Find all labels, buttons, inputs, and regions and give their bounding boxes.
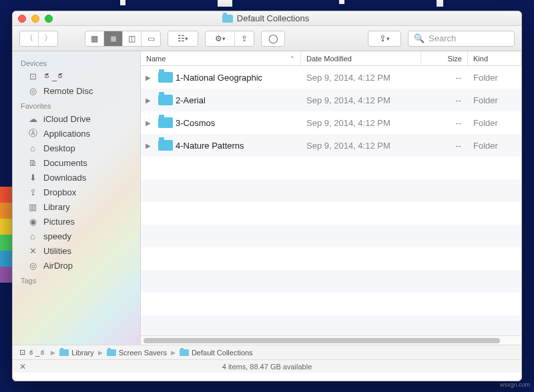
- list-view-button[interactable]: ≣: [104, 31, 123, 46]
- horizontal-scrollbar[interactable]: [141, 335, 521, 345]
- file-row[interactable]: ▶4-Nature PatternsSep 9, 2014, 4:12 PM--…: [141, 134, 521, 157]
- sidebar-item-icon: ⌂: [27, 143, 38, 153]
- path-crumb-label: Library: [71, 349, 94, 357]
- path-crumb[interactable]: Default Collections: [180, 349, 253, 357]
- disk-icon: ⊡: [19, 348, 25, 357]
- traffic-lights: [18, 15, 53, 23]
- finder-window: Default Collections 〈 〉 ▦ ≣ ◫ ▭ ☷ ▾ ⚙ ▾ …: [12, 11, 522, 381]
- file-kind: Folder: [468, 118, 521, 128]
- sidebar-item[interactable]: 🗎Documents: [13, 155, 140, 170]
- scrollbar-thumb[interactable]: [144, 338, 500, 343]
- view-mode-buttons: ▦ ≣ ◫ ▭: [85, 31, 161, 47]
- file-name: 4-Nature Patterns: [176, 141, 301, 151]
- arrange-button[interactable]: ☷ ▾: [168, 31, 198, 46]
- back-button[interactable]: 〈: [20, 31, 39, 46]
- sidebar-section-label: Favorites: [13, 98, 140, 111]
- file-kind: Folder: [468, 141, 521, 151]
- sidebar-item-icon: ⌂: [27, 231, 38, 241]
- sidebar-item-icon: 🗎: [27, 157, 38, 168]
- sidebar-item-icon: ☁: [27, 113, 38, 124]
- close-button[interactable]: [18, 15, 26, 23]
- minimize-button[interactable]: [31, 15, 39, 23]
- search-placeholder: Search: [429, 33, 456, 43]
- icon-view-button[interactable]: ▦: [85, 31, 104, 46]
- window-title: Default Collections: [53, 13, 479, 23]
- path-separator-icon: ▶: [98, 349, 103, 356]
- file-list[interactable]: ▶1-National GeographicSep 9, 2014, 4:12 …: [141, 66, 521, 335]
- column-header-size[interactable]: Size: [421, 51, 468, 65]
- file-row[interactable]: ▶1-National GeographicSep 9, 2014, 4:12 …: [141, 66, 521, 89]
- window-title-text: Default Collections: [237, 13, 309, 23]
- path-crumb-label: Screen Savers: [119, 349, 167, 357]
- dropbox-button[interactable]: ⇪ ▾: [368, 31, 401, 47]
- sidebar-item-label: iCloud Drive: [43, 114, 91, 124]
- sidebar-item[interactable]: ◎AirDrop: [13, 258, 140, 273]
- sidebar-item-icon: ⇪: [27, 187, 38, 197]
- zoom-button[interactable]: [45, 15, 53, 23]
- sidebar-item-icon: ⬇: [27, 172, 38, 183]
- folder-icon: [156, 140, 176, 151]
- sidebar-section-label: Devices: [13, 55, 140, 69]
- sidebar: Devices⊡ಠ_ಠ◎Remote DiscFavorites☁iCloud …: [13, 51, 141, 345]
- action-button[interactable]: ⚙ ▾: [206, 31, 235, 46]
- search-icon: 🔍: [414, 33, 425, 43]
- sidebar-item[interactable]: ⊡ಠ_ಠ: [13, 69, 140, 83]
- sidebar-item-icon: ◎: [27, 85, 38, 96]
- file-kind: Folder: [468, 95, 521, 105]
- share-button[interactable]: ⇪: [235, 31, 254, 46]
- sidebar-item[interactable]: ⌂Desktop: [13, 141, 140, 155]
- sidebar-item-label: Applications: [43, 129, 90, 139]
- file-name: 3-Cosmos: [176, 118, 301, 128]
- file-row[interactable]: ▶2-AerialSep 9, 2014, 4:12 PM--Folder: [141, 89, 521, 111]
- pathbar-close-button[interactable]: ✕: [19, 362, 26, 371]
- sidebar-item[interactable]: ⇪Dropbox: [13, 185, 140, 199]
- action-share-group: ⚙ ▾ ⇪: [205, 31, 254, 47]
- sidebar-item-label: Pictures: [43, 217, 75, 227]
- disclosure-triangle-icon[interactable]: ▶: [141, 74, 156, 81]
- column-header-kind[interactable]: Kind: [468, 51, 521, 65]
- arrange-group: ☷ ▾: [168, 31, 198, 47]
- disclosure-triangle-icon[interactable]: ▶: [141, 142, 156, 149]
- sidebar-item-icon: Ⓐ: [27, 128, 38, 139]
- column-header-row: Name⌃ Date Modified Size Kind: [141, 51, 521, 66]
- search-field[interactable]: 🔍 Search: [408, 31, 515, 47]
- path-crumb[interactable]: Library: [59, 349, 94, 357]
- tags-button[interactable]: ◯: [261, 31, 285, 47]
- sidebar-item[interactable]: ▥Library: [13, 199, 140, 214]
- titlebar[interactable]: Default Collections: [13, 11, 521, 26]
- sidebar-item[interactable]: ✕Utilities: [13, 243, 140, 258]
- sidebar-item-icon: ⊡: [27, 71, 38, 81]
- sidebar-item[interactable]: ◉Pictures: [13, 214, 140, 229]
- coverflow-view-button[interactable]: ▭: [142, 31, 160, 46]
- path-crumb[interactable]: ⊡ಠ_ಠ: [19, 348, 47, 357]
- column-header-name[interactable]: Name⌃: [141, 51, 301, 65]
- forward-button[interactable]: 〉: [39, 31, 57, 46]
- sidebar-item-label: Downloads: [43, 173, 86, 183]
- file-kind: Folder: [468, 73, 521, 83]
- file-size: --: [421, 141, 468, 151]
- sidebar-item[interactable]: ⌂speedy: [13, 229, 140, 243]
- sidebar-item-label: speedy: [43, 231, 71, 241]
- file-size: --: [421, 73, 468, 83]
- folder-icon: [222, 15, 233, 23]
- column-header-date[interactable]: Date Modified: [301, 51, 421, 65]
- folder-icon: [59, 349, 69, 356]
- sidebar-item-label: ಠ_ಠ: [43, 71, 65, 81]
- file-name: 2-Aerial: [176, 95, 301, 105]
- file-row[interactable]: ▶3-CosmosSep 9, 2014, 4:12 PM--Folder: [141, 111, 521, 134]
- file-date: Sep 9, 2014, 4:12 PM: [301, 73, 421, 83]
- column-view-button[interactable]: ◫: [123, 31, 142, 46]
- nav-buttons: 〈 〉: [19, 31, 58, 47]
- sidebar-item[interactable]: ⬇Downloads: [13, 170, 140, 185]
- disclosure-triangle-icon[interactable]: ▶: [141, 119, 156, 127]
- sidebar-item[interactable]: ☁iCloud Drive: [13, 111, 140, 126]
- sidebar-item[interactable]: ⒶApplications: [13, 126, 140, 141]
- file-date: Sep 9, 2014, 4:12 PM: [301, 95, 421, 105]
- status-bar: ✕ 4 items, 88.47 GB available: [13, 359, 521, 373]
- file-date: Sep 9, 2014, 4:12 PM: [301, 141, 421, 151]
- disclosure-triangle-icon[interactable]: ▶: [141, 97, 156, 104]
- path-crumb[interactable]: Screen Savers: [107, 349, 167, 357]
- file-name: 1-National Geographic: [176, 73, 301, 83]
- path-crumb-label: ಠ_ಠ: [28, 349, 47, 357]
- sidebar-item[interactable]: ◎Remote Disc: [13, 83, 140, 98]
